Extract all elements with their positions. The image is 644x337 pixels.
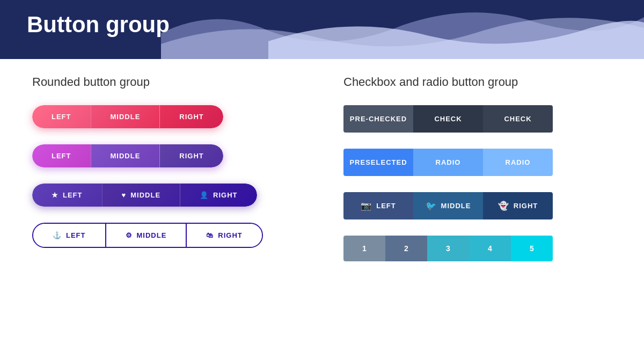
pink-left-button[interactable]: LEFT: [32, 105, 91, 128]
number-button-group: 1 2 3 4 5: [343, 236, 553, 261]
snapchat-icon: 👻: [498, 201, 509, 211]
number-button-1[interactable]: 1: [343, 236, 385, 261]
radio-button-2[interactable]: RADIO: [483, 149, 553, 176]
right-section-title: Checkbox and radio button group: [343, 75, 612, 89]
pink-middle-button[interactable]: MIDDLE: [91, 105, 160, 128]
wave-decoration: [161, 1, 644, 59]
gear-icon: ⚙: [126, 231, 133, 239]
radio-button-group: PRESELECTED RADIO RADIO: [343, 149, 553, 176]
pre-checked-button[interactable]: PRE-CHECKED: [343, 105, 413, 133]
rounded-group-purple: LEFT MIDDLE RIGHT: [32, 144, 223, 167]
twitter-middle-button[interactable]: 🐦 MIDDLE: [413, 192, 483, 219]
checkbox-button-group: PRE-CHECKED CHECK CHECK: [343, 105, 553, 133]
outline-left-button[interactable]: ⚓ LEFT: [33, 224, 105, 247]
purple-left-button[interactable]: LEFT: [32, 144, 91, 167]
pink-right-button[interactable]: RIGHT: [160, 105, 223, 128]
dark-right-button[interactable]: 👤 RIGHT: [180, 184, 257, 207]
left-section: Rounded button group LEFT MIDDLE RIGHT L…: [32, 75, 301, 264]
user-icon: 👤: [200, 191, 209, 199]
rounded-group-pink: LEFT MIDDLE RIGHT: [32, 105, 223, 128]
bag-icon: 🛍: [206, 231, 214, 239]
check-button-2[interactable]: CHECK: [483, 105, 553, 133]
page-title: Button group: [27, 12, 170, 38]
rounded-group-dark-icon: ★ LEFT ♥ MIDDLE 👤 RIGHT: [32, 184, 257, 207]
rounded-group-outline: ⚓ LEFT ⚙ MIDDLE 🛍 RIGHT: [32, 223, 263, 248]
number-button-3[interactable]: 3: [427, 236, 469, 261]
purple-right-button[interactable]: RIGHT: [160, 144, 223, 167]
number-button-2[interactable]: 2: [385, 236, 427, 261]
instagram-left-button[interactable]: 📷 LEFT: [343, 192, 413, 219]
anchor-icon: ⚓: [53, 231, 62, 239]
outline-right-button[interactable]: 🛍 RIGHT: [187, 224, 261, 247]
check-button-1[interactable]: CHECK: [413, 105, 483, 133]
preselected-button[interactable]: PRESELECTED: [343, 149, 413, 176]
header: Button group: [0, 0, 644, 59]
main-content: Rounded button group LEFT MIDDLE RIGHT L…: [0, 59, 644, 280]
snapchat-right-button[interactable]: 👻 RIGHT: [483, 192, 553, 219]
radio-button-1[interactable]: RADIO: [413, 149, 483, 176]
purple-middle-button[interactable]: MIDDLE: [91, 144, 160, 167]
twitter-icon: 🐦: [426, 201, 437, 211]
dark-left-button[interactable]: ★ LEFT: [32, 184, 102, 207]
number-button-4[interactable]: 4: [469, 236, 511, 261]
instagram-icon: 📷: [361, 201, 372, 211]
heart-icon: ♥: [122, 191, 127, 199]
right-section: Checkbox and radio button group PRE-CHEC…: [343, 75, 612, 264]
outline-middle-button[interactable]: ⚙ MIDDLE: [105, 224, 187, 247]
number-button-5[interactable]: 5: [511, 236, 553, 261]
left-section-title: Rounded button group: [32, 75, 301, 89]
star-icon: ★: [52, 191, 58, 199]
dark-middle-button[interactable]: ♥ MIDDLE: [102, 184, 181, 207]
social-button-group: 📷 LEFT 🐦 MIDDLE 👻 RIGHT: [343, 192, 553, 219]
